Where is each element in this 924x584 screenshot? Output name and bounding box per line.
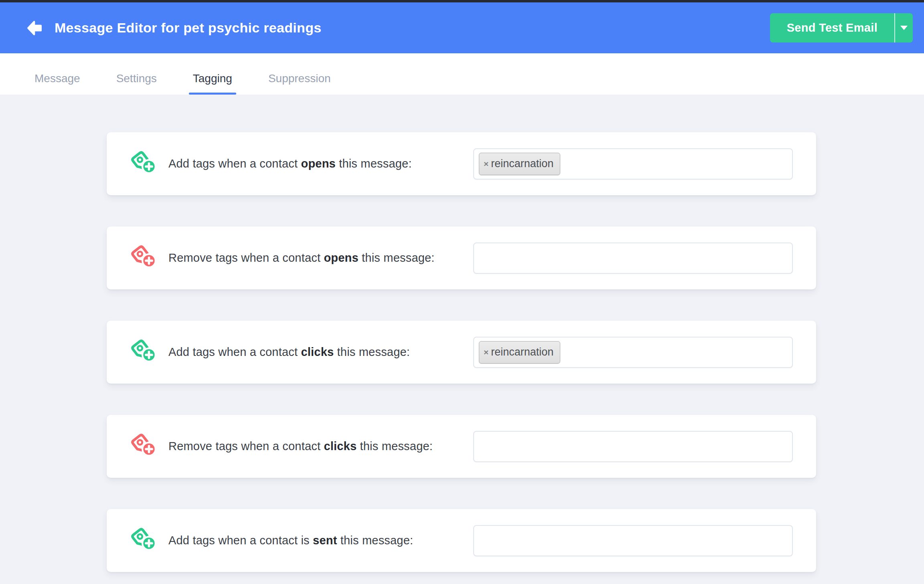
page-title: Message Editor for pet psychic readings bbox=[55, 20, 321, 36]
tab-settings[interactable]: Settings bbox=[112, 53, 161, 95]
send-test-email-split-button: Send Test Email bbox=[770, 13, 913, 42]
remove-chip-icon[interactable]: × bbox=[484, 160, 488, 168]
rule-label: Add tags when a contact clicks this mess… bbox=[168, 346, 410, 359]
add-tag-icon bbox=[130, 150, 157, 178]
arrow-left-icon bbox=[26, 19, 43, 37]
tab-suppression[interactable]: Suppression bbox=[264, 53, 335, 95]
card-add-tags-on-sent: Add tags when a contact is sent this mes… bbox=[107, 509, 816, 572]
remove-tags-on-click-input[interactable] bbox=[473, 431, 793, 462]
rule-label: Add tags when a contact opens this messa… bbox=[168, 157, 412, 170]
rule-label: Add tags when a contact is sent this mes… bbox=[168, 534, 413, 547]
rule-label: Remove tags when a contact opens this me… bbox=[168, 251, 435, 265]
tab-message[interactable]: Message bbox=[30, 53, 84, 95]
tab-tagging[interactable]: Tagging bbox=[189, 53, 236, 95]
card-remove-tags-on-open: Remove tags when a contact opens this me… bbox=[107, 226, 816, 289]
remove-tags-on-open-input[interactable] bbox=[473, 242, 793, 274]
remove-chip-icon[interactable]: × bbox=[484, 348, 488, 356]
tag-chip-label: reincarnation bbox=[491, 158, 553, 169]
add-tags-on-click-input[interactable]: × reincarnation bbox=[473, 337, 793, 368]
card-remove-tags-on-click: Remove tags when a contact clicks this m… bbox=[107, 415, 816, 478]
tagging-panel: Add tags when a contact opens this messa… bbox=[0, 95, 924, 572]
chevron-down-icon bbox=[900, 26, 908, 30]
card-add-tags-on-open: Add tags when a contact opens this messa… bbox=[107, 132, 816, 195]
rule-label: Remove tags when a contact clicks this m… bbox=[168, 440, 433, 453]
send-test-email-button[interactable]: Send Test Email bbox=[770, 13, 894, 42]
tag-chip-reincarnation[interactable]: × reincarnation bbox=[479, 153, 560, 175]
back-button[interactable] bbox=[24, 17, 45, 39]
app-header: Message Editor for pet psychic readings … bbox=[0, 2, 924, 53]
remove-tag-icon bbox=[130, 245, 157, 272]
tag-chip-reincarnation[interactable]: × reincarnation bbox=[479, 341, 560, 364]
add-tag-icon bbox=[130, 527, 157, 554]
card-add-tags-on-click: Add tags when a contact clicks this mess… bbox=[107, 321, 816, 384]
add-tag-icon bbox=[130, 339, 157, 366]
remove-tag-icon bbox=[130, 433, 157, 460]
add-tags-on-sent-input[interactable] bbox=[473, 525, 793, 556]
tag-chip-label: reincarnation bbox=[491, 347, 553, 358]
message-editor-screen: Message Editor for pet psychic readings … bbox=[0, 0, 924, 584]
send-test-email-dropdown-button[interactable] bbox=[894, 13, 913, 42]
add-tags-on-open-input[interactable]: × reincarnation bbox=[473, 148, 793, 180]
tab-bar: Message Settings Tagging Suppression bbox=[0, 53, 924, 95]
